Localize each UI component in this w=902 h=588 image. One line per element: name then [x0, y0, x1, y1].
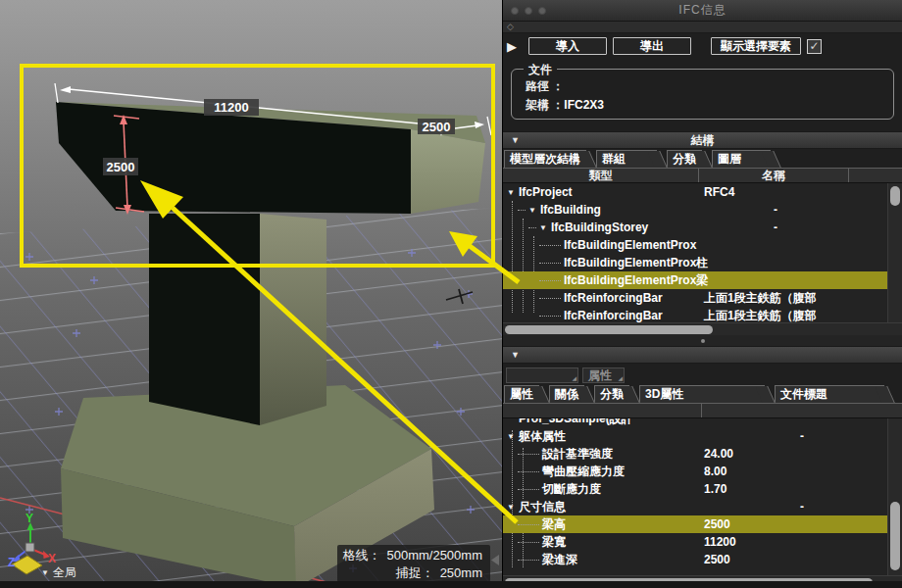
panel-titlebar[interactable]: IFC信息 [503, 0, 902, 22]
tree-row[interactable]: IfcReinforcingBar上面1段主鉄筋（腹部 [503, 289, 887, 307]
tab-屬性[interactable]: 屬性 [504, 385, 539, 403]
properties-section-header[interactable]: ▼ [503, 346, 902, 364]
expander-triangle-icon[interactable]: ▼ [507, 188, 515, 197]
property-value: - [800, 427, 804, 445]
scrollbar-thumb[interactable] [505, 325, 713, 334]
scrollbar-thumb[interactable] [890, 502, 900, 570]
property-value: 11200 [704, 533, 736, 551]
expander-triangle-icon[interactable]: ▼ [507, 503, 515, 512]
tree-row[interactable]: ▼IfcProjectRFC4 [503, 183, 887, 201]
property-row[interactable]: 設計基準強度24.00 [503, 445, 887, 463]
expander-triangle-icon[interactable]: ▼ [507, 432, 515, 441]
property-row[interactable]: ▼尺寸信息- [503, 498, 887, 515]
tree-row-name: - [774, 219, 777, 236]
property-row[interactable]: 梁寬11200 [503, 533, 887, 551]
export-button[interactable]: 導出 [613, 37, 691, 55]
tree-row-selected[interactable]: IfcBuildingElementProx梁 [503, 271, 887, 289]
structure-header-cell[interactable]: 名稱 [699, 169, 849, 182]
structure-section-header[interactable]: ▼ 結構 [503, 131, 902, 149]
structure-tree: ▼IfcProjectRFC4▼IfcBuilding-▼IfcBuilding… [503, 183, 902, 322]
coordinate-mode-selector[interactable]: ▼ 全局 [41, 565, 76, 579]
structure-tree-body: ▼IfcProjectRFC4▼IfcBuilding-▼IfcBuilding… [503, 183, 887, 322]
property-row[interactable]: Prof_3DSample(設計 [503, 418, 887, 427]
property-row[interactable]: 梁進深2500 [503, 551, 887, 568]
viewport-scene: 11200 2500 2500 [0, 0, 502, 588]
property-label: 尺寸信息 [519, 499, 566, 515]
file-groupbox: 文件 路徑 ： 架構 ：IFC2X3 [511, 69, 894, 120]
properties-list: Prof_3DSample(設計▼躯体属性-設計基準強度24.00彎曲壓縮應力度… [503, 418, 902, 575]
tree-connector-line [518, 542, 539, 543]
structure-header-cell[interactable] [849, 169, 902, 182]
property-row[interactable]: 切斷應力度1.70 [503, 480, 887, 498]
import-button[interactable]: 導入 [528, 37, 607, 55]
properties-header-cell [503, 404, 702, 417]
tab-模型層次結構[interactable]: 模型層次結構 [504, 150, 586, 168]
tree-row-name: RFC4 [704, 183, 734, 201]
properties-scrollbar[interactable] [887, 418, 902, 575]
expander-triangle-icon[interactable]: ▼ [528, 206, 536, 215]
popup-corner-icon: ◢ [572, 375, 576, 381]
property-value: - [800, 498, 804, 515]
tab-3D屬性[interactable]: 3D屬性 [639, 385, 765, 403]
panel-toolbar-strip: ◇ [503, 22, 902, 33]
dimension-length-label: 11200 [214, 100, 248, 115]
structure-table-header: 類型名稱 [503, 168, 902, 183]
show-selection-checkbox[interactable]: ✓ [807, 39, 822, 54]
show-selection-button[interactable]: 顯示選擇要素 [711, 37, 801, 55]
tab-群組[interactable]: 群組 [596, 150, 657, 168]
tree-row[interactable]: ▼IfcBuildingStorey- [503, 219, 887, 236]
play-icon[interactable]: ▶ [507, 39, 523, 54]
dimension-end-depth-label: 2500 [423, 120, 451, 134]
tree-connector-line [518, 560, 539, 561]
axis-x-label: X [48, 552, 56, 565]
popup-corner-icon: ◢ [618, 375, 623, 381]
tree-connector-line [518, 454, 539, 455]
tree-row[interactable]: IfcBuildingElementProx [503, 236, 887, 254]
tab-關係[interactable]: 關係 [549, 385, 584, 403]
tree-row-type: IfcBuildingElementProx柱 [564, 255, 708, 271]
property-row[interactable]: ▼躯体属性- [503, 427, 887, 445]
property-row[interactable]: 彎曲壓縮應力度8.00 [503, 463, 887, 480]
tree-connector-line [518, 489, 539, 490]
property-label: 梁進深 [542, 552, 577, 568]
grid-status-box: 格线：500mm/2500mm 捕捉：250mm [337, 545, 499, 582]
tab-圖層[interactable]: 圖層 [712, 150, 771, 168]
tab-分類[interactable]: 分類 [667, 150, 702, 168]
tree-row[interactable]: IfcReinforcingBar上面1段主鉄筋（腹部 [503, 307, 887, 322]
ifc-info-panel: IFC信息 ◇ ▶ 導入 導出 顯示選擇要素 ✓ 文件 路徑 ： 架構 ：IFC… [502, 0, 902, 588]
property-row-selected[interactable]: 梁高2500 [503, 515, 887, 533]
3d-viewport[interactable]: 11200 2500 2500 [0, 0, 502, 588]
property-value: 2500 [704, 551, 730, 568]
file-group-title: 文件 [524, 62, 557, 78]
tab-文件標題[interactable]: 文件標題 [775, 385, 884, 403]
property-label: 躯体属性 [519, 428, 566, 445]
tab-分類[interactable]: 分類 [594, 385, 629, 403]
tree-row-type: IfcBuildingStorey [551, 220, 648, 234]
tree-connector-line [539, 280, 561, 281]
chevron-down-icon: ▼ [41, 568, 49, 577]
tree-connector-line [528, 227, 536, 228]
tree-connector-line [539, 263, 561, 264]
filter-popup-blank[interactable]: ◢ [506, 368, 578, 383]
collapse-triangle-icon[interactable]: ▼ [511, 347, 520, 364]
tree-row[interactable]: ▼IfcBuilding- [503, 201, 887, 219]
property-label: 切斷應力度 [542, 481, 601, 498]
property-value: 24.00 [704, 445, 733, 463]
properties-table-header [503, 403, 902, 418]
collapse-triangle-icon[interactable]: ▼ [511, 132, 520, 149]
tree-row-type: IfcProject [519, 185, 573, 199]
scrollbar-thumb[interactable] [890, 186, 900, 206]
expander-triangle-icon[interactable]: ▼ [539, 223, 547, 232]
axis-y-label: Y [25, 512, 33, 525]
properties-list-body: Prof_3DSample(設計▼躯体属性-設計基準強度24.00彎曲壓縮應力度… [503, 418, 887, 575]
property-label: 梁高 [542, 516, 566, 533]
window-bottom-edge [0, 581, 902, 588]
tree-row[interactable]: IfcBuildingElementProx柱 [503, 254, 887, 271]
structure-header-cell[interactable]: 類型 [503, 169, 699, 182]
tree-connector-line [539, 245, 561, 246]
attribute-popup[interactable]: 属性◢ [582, 368, 625, 383]
structure-horizontal-scrollbar[interactable] [503, 322, 902, 335]
panel-splitter[interactable] [503, 335, 902, 346]
structure-tree-scrollbar[interactable] [887, 183, 902, 322]
panel-title: IFC信息 [503, 2, 902, 19]
